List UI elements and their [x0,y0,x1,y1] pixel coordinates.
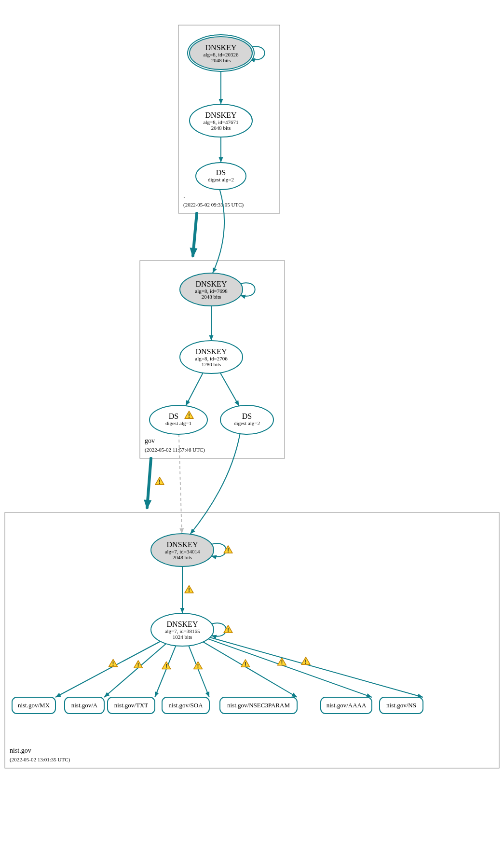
rrset-label: nist.gov/MX [18,702,50,709]
warning-icon: ! [301,657,310,665]
svg-text:!: ! [188,587,190,593]
warning-icon: ! [155,477,164,485]
svg-text:!: ! [197,663,199,670]
warning-icon: ! [194,662,203,670]
node-subtext: alg=8, id=20326 [204,52,239,57]
zone-timestamp: (2022-05-02 11:57:46 UTC) [145,447,205,453]
node-title: DNSKEY [167,620,198,628]
node-title: DS [216,168,226,177]
delegation-arrow: ! [144,458,164,510]
edge: ! [155,646,176,697]
rrset-node: nist.gov/SOA [162,697,209,714]
node-title: DNSKEY [196,347,227,356]
svg-text:!: ! [227,627,229,634]
svg-text:!: ! [227,547,229,554]
dnskey-node: DNSKEYalg=7, id=381651024 bits [151,613,214,646]
rrset-label: nist.gov/AAAA [327,702,367,709]
dnskey-node: DNSKEYalg=8, id=27061280 bits [180,341,243,373]
ds-node: DSdigest alg=2 [220,405,273,434]
node-title: DNSKEY [196,280,227,288]
edge: ! [55,641,160,697]
node-subtext: digest alg=2 [234,420,260,426]
node-subtext: digest alg=2 [208,177,234,182]
rrset-label: nist.gov/NSEC3PARAM [227,702,290,709]
node-title: DS [242,412,252,420]
zone-timestamp: (2022-05-02 09:33:05 UTC) [183,202,244,208]
edge [219,69,223,104]
edge: ! [210,637,423,698]
edge: ! [211,623,232,639]
node-subtext: 2048 bits [211,57,231,63]
edge: ! [180,566,194,613]
edge [186,373,203,406]
warning-icon: ! [185,586,193,594]
rrset-label: nist.gov/NS [386,702,416,709]
node-subtext: 2048 bits [211,125,231,131]
node-title: DS [169,412,178,420]
node-title: DNSKEY [167,540,198,549]
rrset-node: nist.gov/TXT [108,697,155,714]
svg-text:!: ! [245,661,246,668]
node-subtext: 1280 bits [202,361,221,367]
rrset-label: nist.gov/SOA [168,702,203,709]
node-title: DNSKEY [205,111,237,119]
rrset-node: nist.gov/A [65,697,104,714]
edge [220,373,239,406]
rrset-node: nist.gov/MX [12,697,55,714]
dnskey-node: DNSKEYalg=8, id=203262048 bits [188,35,254,71]
svg-text:!: ! [305,659,307,665]
warning-icon: ! [162,662,171,670]
svg-text:!: ! [188,413,190,419]
node-subtext: 2048 bits [173,554,192,560]
ds-node: DS!digest alg=1 [150,405,207,434]
rrset-node: nist.gov/AAAA [321,697,372,714]
edge [219,137,223,163]
ds-node: DSdigest alg=2 [196,163,246,190]
node-subtext: alg=7, id=38165 [165,628,200,634]
svg-text:!: ! [159,479,161,485]
edge: ! [211,543,232,559]
svg-text:!: ! [165,663,167,670]
rrset-node: nist.gov/NS [380,697,423,714]
edge: ! [208,639,372,697]
node-subtext: alg=8, id=47671 [204,119,239,125]
svg-text:!: ! [281,659,283,666]
warning-icon: ! [241,660,250,668]
dnssec-diagram: .(2022-05-02 09:33:05 UTC)gov(2022-05-02… [0,0,504,855]
zone-timestamp: (2022-05-02 13:01:35 UTC) [10,757,70,763]
edge [209,306,214,341]
svg-text:!: ! [112,661,114,667]
node-subtext: 2048 bits [202,294,221,300]
node-subtext: alg=8, id=7698 [195,288,228,294]
zone-box [5,512,499,768]
zone-name: nist.gov [10,747,31,754]
dnskey-node: DNSKEYalg=8, id=476712048 bits [190,104,252,137]
zone-name: gov [145,437,155,444]
warning-icon: ! [109,659,118,667]
node-subtext: alg=7, id=34014 [165,549,200,554]
node-subtext: digest alg=1 [165,420,191,426]
node-title: DNSKEY [205,43,237,52]
node-subtext: alg=8, id=2706 [195,356,228,361]
dnskey-node: DNSKEYalg=8, id=76982048 bits [180,273,243,306]
edge: ! [104,644,166,697]
node-subtext: 1024 bits [173,634,192,640]
warning-icon: ! [277,658,286,666]
rrset-label: nist.gov/A [71,702,98,709]
delegation-arrow [190,213,197,258]
dnskey-node: DNSKEYalg=7, id=340142048 bits [151,534,214,566]
rrset-node: nist.gov/NSEC3PARAM [220,697,297,714]
svg-text:!: ! [137,662,139,669]
rrset-label: nist.gov/TXT [114,702,148,709]
edge: ! [189,646,209,697]
zone-name: . [183,192,185,199]
edge: ! [203,642,297,697]
